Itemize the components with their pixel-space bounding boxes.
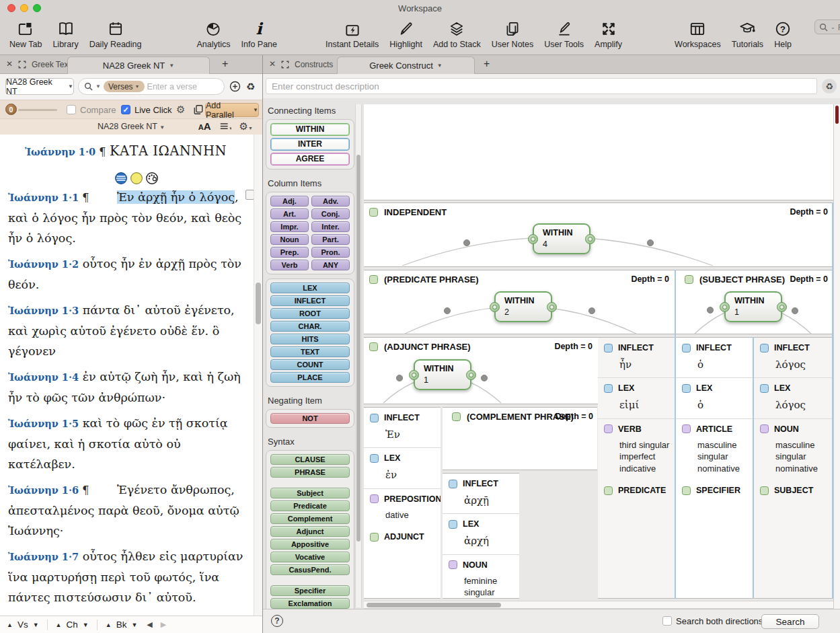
expand-pane-icon[interactable]	[18, 61, 26, 69]
update-recycle-icon[interactable]: ♻	[246, 81, 255, 93]
vertical-scrollbar[interactable]	[254, 135, 262, 616]
construct-cell-noun[interactable]: NOUNfeminine singular dative	[443, 555, 519, 599]
palette-pos-verb-button[interactable]: Verb	[270, 260, 309, 270]
construct-cell-article[interactable]: ARTICLEmasculine singular nominative	[676, 419, 753, 481]
amplify-button[interactable]: Amplify	[595, 20, 622, 49]
canvas-vertical-scrollbar[interactable]	[833, 104, 840, 609]
palette-attr-lex-button[interactable]: LEX	[270, 283, 350, 293]
scrollbar-thumb[interactable]	[256, 283, 261, 324]
independent-clause-panel[interactable]: INDEPENDENT Depth = 0 WITHIN 4	[364, 202, 833, 267]
palette-attr-root-button[interactable]: ROOT	[270, 308, 350, 319]
highlight-button[interactable]: Highlight	[389, 20, 422, 49]
connector-lug-left[interactable]	[528, 234, 538, 244]
palette-syntax-adjunct-button[interactable]: Adjunct	[270, 526, 350, 537]
palette-pos-pron-button[interactable]: Pron.	[311, 247, 350, 258]
palette-pos-conj-button[interactable]: Conj.	[311, 209, 350, 219]
palette-agree-button[interactable]: AGREE	[270, 153, 350, 165]
palette-attr-count-button[interactable]: COUNT	[270, 359, 350, 370]
library-button[interactable]: Library	[52, 20, 78, 49]
search-both-directions-checkbox[interactable]	[662, 616, 672, 626]
palette-pos-adv-button[interactable]: Adv.	[311, 196, 350, 207]
scrollbar-thumb[interactable]	[835, 106, 839, 124]
duplicate-pane-icon[interactable]	[193, 104, 204, 115]
user-notes-button[interactable]: User Notes	[492, 20, 534, 49]
expand-pane-icon[interactable]	[281, 61, 289, 69]
user-tools-button[interactable]: User Tools	[544, 20, 584, 49]
palette-syntax-predicate-button[interactable]: Predicate	[270, 500, 350, 511]
history-back-icon[interactable]: ◀	[147, 620, 152, 629]
close-pane-icon[interactable]: ✕	[269, 59, 276, 69]
display-settings-icon[interactable]: ▼	[219, 122, 231, 132]
connector-lug-right[interactable]	[547, 302, 557, 312]
palette-pos-art-button[interactable]: Art.	[270, 209, 309, 219]
palette-syntax-appositive-button[interactable]: Appositive	[270, 539, 350, 550]
construct-cell-noun[interactable]: NOUNmasculine singular nominative	[754, 419, 832, 481]
search-button[interactable]: Search	[761, 614, 819, 629]
parallel-slider-track[interactable]	[18, 109, 57, 111]
module-selector-button[interactable]: NA28 Greek NT ▼	[5, 78, 74, 95]
construct-cell-verb[interactable]: VERBthird singular imperfect indicative	[598, 419, 675, 481]
verse-search-field[interactable]: ▼ Verses ▼ Enter a verse	[78, 78, 225, 95]
up-arrow-icon[interactable]: ▲	[106, 622, 112, 628]
add-to-stack-button[interactable]: Add to Stack	[433, 20, 481, 49]
palette-attr-text-button[interactable]: TEXT	[270, 346, 350, 357]
add-parallel-button[interactable]: Add Parallel ▼	[205, 103, 259, 117]
palette-attr-hits-button[interactable]: HITS	[270, 334, 350, 344]
palette-syntax-exclamation-button[interactable]: Exclamation	[270, 598, 350, 609]
palette-syntax-vocative-button[interactable]: Vocative	[270, 552, 350, 562]
verse-nav-ch[interactable]: ▲Ch▼	[56, 620, 89, 630]
palette-pos-adj-button[interactable]: Adj.	[270, 196, 309, 207]
gear-menu-icon[interactable]: ⚙▼	[239, 120, 253, 133]
construct-cell-inflect[interactable]: INFLECTἦν	[598, 338, 675, 378]
parallel-slider-knob[interactable]: 0	[5, 104, 17, 115]
info-pane-button[interactable]: i Info Pane	[241, 20, 278, 49]
palette-attr-inflect-button[interactable]: INFLECT	[270, 295, 350, 306]
palette-syntax-subject-button[interactable]: Subject	[270, 488, 350, 498]
palette-not-button[interactable]: NOT	[270, 413, 350, 424]
up-arrow-icon[interactable]: ▲	[7, 622, 13, 628]
update-recycle-icon[interactable]: ♻	[822, 79, 837, 94]
construct-cell-inflect[interactable]: INFLECTἀρχῇ	[443, 474, 519, 514]
construct-cell-lex[interactable]: LEXὁ	[676, 378, 753, 418]
up-arrow-icon[interactable]: ▲	[56, 622, 62, 628]
add-search-icon[interactable]	[229, 81, 241, 92]
help-icon[interactable]: ?	[271, 615, 283, 627]
palette-within-button[interactable]: WITHIN	[270, 123, 350, 136]
palette-scrollbar[interactable]	[355, 104, 362, 607]
construct-cell-specifier[interactable]: SPECIFIER	[676, 480, 753, 501]
research-search-input[interactable]: ⌄ Research	[814, 20, 840, 34]
compare-checkbox[interactable]	[67, 105, 76, 114]
column-divider[interactable]	[753, 337, 754, 599]
palette-attr-char-button[interactable]: CHAR.	[270, 321, 350, 332]
palette-syntax-casuspend-button[interactable]: CasusPend.	[270, 564, 350, 575]
down-arrow-icon[interactable]: ▼	[33, 622, 39, 628]
construct-cell-inflect[interactable]: INFLECTἘν	[364, 408, 441, 448]
construct-cell-inflect[interactable]: INFLECTλόγος	[754, 338, 832, 378]
canvas-horizontal-scrollbar[interactable]	[364, 601, 833, 609]
instant-details-button[interactable]: Instant Details	[326, 20, 379, 49]
font-size-icon[interactable]: AA	[198, 120, 211, 133]
scrollbar-thumb[interactable]	[356, 155, 360, 542]
connector-lug-right[interactable]	[777, 302, 787, 312]
construct-cell-inflect[interactable]: INFLECTὁ	[676, 338, 753, 378]
construct-cell-predicate[interactable]: PREDICATE	[598, 480, 675, 501]
column-divider[interactable]	[675, 270, 676, 599]
live-click-settings-gear-icon[interactable]: ⚙	[176, 104, 185, 116]
down-arrow-icon[interactable]: ▼	[83, 622, 89, 628]
connector-lug-right[interactable]	[466, 370, 476, 380]
add-tab-button[interactable]: +	[222, 57, 228, 71]
construct-cell-adjunct[interactable]: ADJUNCT	[364, 527, 441, 548]
tab-na28-greek-nt[interactable]: NA28 Greek NT ▼	[67, 57, 210, 74]
verse-nav-bk[interactable]: ▲Bk▼	[106, 620, 138, 630]
predicate-phrase-panel[interactable]: (PREDICATE PHRASE) Depth = 0 WITHIN 2	[364, 270, 675, 334]
palette-pos-noun-button[interactable]: Noun	[270, 234, 309, 245]
palette-pos-inter-button[interactable]: Inter.	[311, 221, 350, 232]
tutorials-button[interactable]: Tutorials	[732, 20, 763, 49]
palette-syntax-complement-button[interactable]: Complement	[270, 513, 350, 524]
pane-divider[interactable]	[262, 55, 263, 633]
subject-phrase-panel[interactable]: (SUBJECT PHRASE) Depth = 0 WITHIN 1	[676, 270, 833, 334]
search-scope-pill[interactable]: Verses ▼	[104, 81, 145, 92]
help-button[interactable]: ? Help	[774, 20, 792, 49]
column-divider[interactable]	[832, 202, 833, 599]
palette-pos-part-button[interactable]: Part.	[311, 234, 350, 245]
